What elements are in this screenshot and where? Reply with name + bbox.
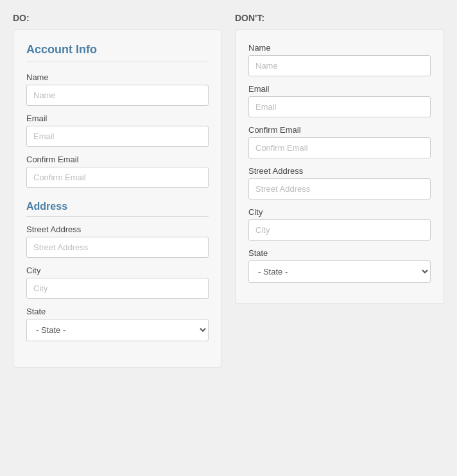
dont-state-select[interactable]: - State - [248, 260, 431, 283]
dont-city-label: City [248, 207, 431, 217]
do-email-label: Email [26, 114, 209, 123]
address-title: Address [26, 201, 209, 217]
dont-state-label: State [248, 248, 431, 258]
dont-street-label: Street Address [248, 166, 431, 176]
do-confirm-email-field-group: Confirm Email [26, 155, 209, 188]
dont-label: DON'T: [235, 13, 444, 23]
do-state-select[interactable]: - State - [26, 319, 209, 341]
do-section: DO: Account Info Name Email Confirm Emai… [13, 13, 222, 368]
dont-section: DON'T: Name Email Confirm Email Street A… [235, 13, 444, 304]
do-name-field-group: Name [26, 72, 209, 106]
do-confirm-email-label: Confirm Email [26, 155, 209, 164]
do-city-input[interactable] [26, 278, 209, 299]
dont-state-field-group: State - State - [248, 248, 431, 283]
dont-name-label: Name [248, 43, 431, 53]
dont-street-input[interactable] [248, 178, 431, 200]
dont-city-input[interactable] [248, 219, 431, 241]
dont-email-input[interactable] [248, 96, 431, 117]
dont-name-input[interactable] [248, 55, 431, 76]
do-city-label: City [26, 266, 209, 275]
do-confirm-email-input[interactable] [26, 167, 209, 188]
do-street-field-group: Street Address [26, 225, 209, 258]
dont-email-label: Email [248, 84, 431, 94]
dont-card: Name Email Confirm Email Street Address … [235, 30, 444, 304]
do-state-field-group: State - State - [26, 307, 209, 341]
address-group: Address Street Address City State - Stat… [26, 201, 209, 341]
do-email-field-group: Email [26, 114, 209, 147]
do-state-label: State [26, 307, 209, 316]
dont-city-field-group: City [248, 207, 431, 241]
account-info-title: Account Info [26, 43, 209, 62]
dont-confirm-email-field-group: Confirm Email [248, 125, 431, 158]
do-card: Account Info Name Email Confirm Email Ad… [13, 30, 222, 368]
dont-email-field-group: Email [248, 84, 431, 117]
do-name-input[interactable] [26, 85, 209, 106]
do-email-input[interactable] [26, 126, 209, 147]
do-name-label: Name [26, 72, 209, 82]
dont-name-field-group: Name [248, 43, 431, 76]
do-city-field-group: City [26, 266, 209, 299]
page-container: DO: Account Info Name Email Confirm Emai… [13, 13, 444, 368]
dont-confirm-email-input[interactable] [248, 137, 431, 158]
account-info-group: Account Info Name Email Confirm Email [26, 43, 209, 188]
dont-confirm-email-label: Confirm Email [248, 125, 431, 135]
do-street-label: Street Address [26, 225, 209, 234]
do-label: DO: [13, 13, 222, 23]
dont-street-field-group: Street Address [248, 166, 431, 200]
do-street-input[interactable] [26, 237, 209, 258]
